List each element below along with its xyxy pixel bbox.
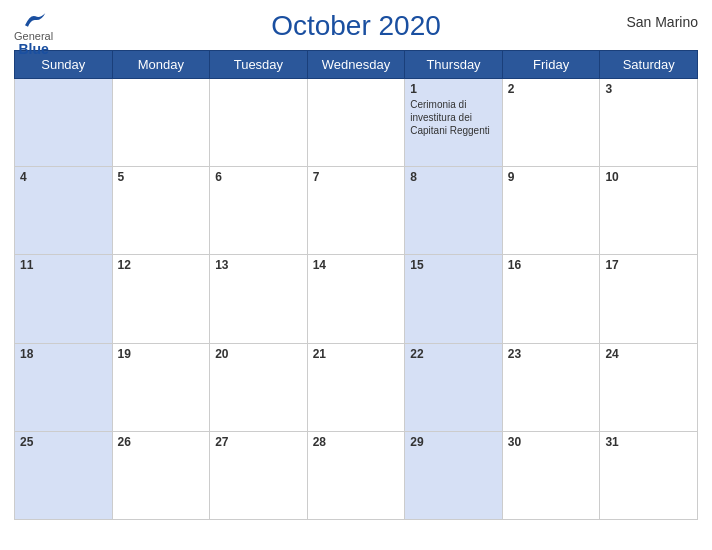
day-number: 27 [215, 435, 302, 449]
day-number: 7 [313, 170, 400, 184]
day-number: 15 [410, 258, 497, 272]
weekday-header-thursday: Thursday [405, 51, 503, 79]
day-number: 19 [118, 347, 205, 361]
day-cell [210, 79, 308, 167]
day-cell: 9 [502, 167, 600, 255]
day-cell: 7 [307, 167, 405, 255]
day-cell [112, 79, 210, 167]
calendar-header: General Blue October 2020 San Marino [14, 10, 698, 42]
weekday-header-tuesday: Tuesday [210, 51, 308, 79]
day-number: 1 [410, 82, 497, 96]
weekday-header-friday: Friday [502, 51, 600, 79]
day-cell: 28 [307, 431, 405, 519]
logo: General Blue [14, 10, 53, 57]
week-row-1: 1Cerimonia di investitura dei Capitani R… [15, 79, 698, 167]
day-number: 22 [410, 347, 497, 361]
day-cell: 6 [210, 167, 308, 255]
day-cell: 16 [502, 255, 600, 343]
day-cell: 26 [112, 431, 210, 519]
day-cell: 17 [600, 255, 698, 343]
logo-blue: Blue [18, 42, 48, 57]
day-number: 24 [605, 347, 692, 361]
day-number: 14 [313, 258, 400, 272]
day-cell: 8 [405, 167, 503, 255]
day-cell: 29 [405, 431, 503, 519]
day-number: 5 [118, 170, 205, 184]
day-number: 8 [410, 170, 497, 184]
calendar-container: General Blue October 2020 San Marino Sun… [0, 0, 712, 550]
day-cell: 14 [307, 255, 405, 343]
day-number: 17 [605, 258, 692, 272]
day-cell: 12 [112, 255, 210, 343]
day-cell: 31 [600, 431, 698, 519]
day-cell: 15 [405, 255, 503, 343]
day-cell: 13 [210, 255, 308, 343]
day-number: 21 [313, 347, 400, 361]
day-cell: 5 [112, 167, 210, 255]
day-cell: 11 [15, 255, 113, 343]
day-number: 29 [410, 435, 497, 449]
day-number: 3 [605, 82, 692, 96]
calendar-title: October 2020 [271, 10, 441, 42]
day-number: 18 [20, 347, 107, 361]
week-row-2: 45678910 [15, 167, 698, 255]
day-number: 4 [20, 170, 107, 184]
day-cell: 25 [15, 431, 113, 519]
day-number: 28 [313, 435, 400, 449]
day-cell: 1Cerimonia di investitura dei Capitani R… [405, 79, 503, 167]
day-number: 25 [20, 435, 107, 449]
day-cell: 22 [405, 343, 503, 431]
day-number: 11 [20, 258, 107, 272]
day-cell: 4 [15, 167, 113, 255]
day-number: 31 [605, 435, 692, 449]
day-cell: 21 [307, 343, 405, 431]
day-number: 10 [605, 170, 692, 184]
calendar-table: SundayMondayTuesdayWednesdayThursdayFrid… [14, 50, 698, 520]
day-number: 6 [215, 170, 302, 184]
day-number: 9 [508, 170, 595, 184]
day-number: 20 [215, 347, 302, 361]
weekday-header-wednesday: Wednesday [307, 51, 405, 79]
day-cell: 10 [600, 167, 698, 255]
weekday-header-saturday: Saturday [600, 51, 698, 79]
day-number: 12 [118, 258, 205, 272]
day-cell: 3 [600, 79, 698, 167]
day-cell: 2 [502, 79, 600, 167]
week-row-5: 25262728293031 [15, 431, 698, 519]
day-cell: 24 [600, 343, 698, 431]
week-row-3: 11121314151617 [15, 255, 698, 343]
day-cell: 18 [15, 343, 113, 431]
day-cell: 23 [502, 343, 600, 431]
day-cell: 30 [502, 431, 600, 519]
day-cell [307, 79, 405, 167]
day-cell: 20 [210, 343, 308, 431]
day-cell: 19 [112, 343, 210, 431]
weekday-header-row: SundayMondayTuesdayWednesdayThursdayFrid… [15, 51, 698, 79]
day-number: 26 [118, 435, 205, 449]
week-row-4: 18192021222324 [15, 343, 698, 431]
day-cell: 27 [210, 431, 308, 519]
day-number: 23 [508, 347, 595, 361]
country-label: San Marino [626, 14, 698, 30]
day-number: 13 [215, 258, 302, 272]
day-number: 2 [508, 82, 595, 96]
day-cell [15, 79, 113, 167]
event-text: Cerimonia di investitura dei Capitani Re… [410, 98, 497, 137]
weekday-header-monday: Monday [112, 51, 210, 79]
day-number: 30 [508, 435, 595, 449]
day-number: 16 [508, 258, 595, 272]
